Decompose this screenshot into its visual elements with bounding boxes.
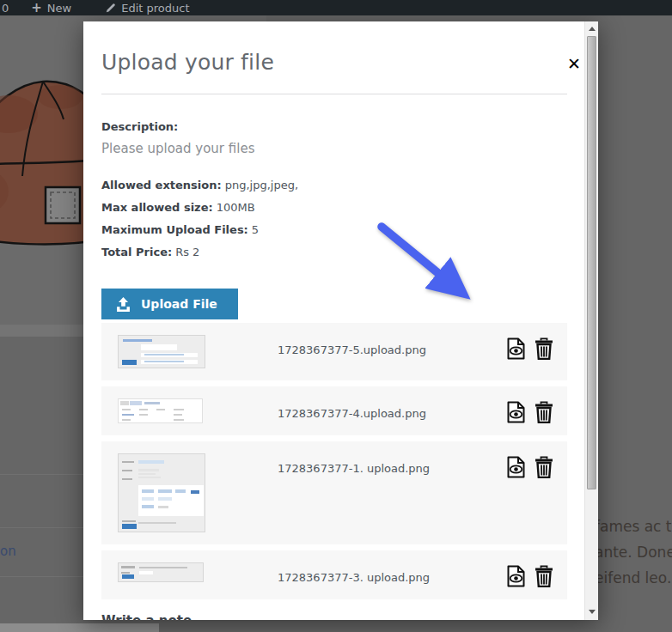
file-row: 1728367377-1. upload.png [101,441,567,544]
preview-file-icon[interactable] [505,565,527,587]
scroll-down-button[interactable] [585,605,598,618]
preview-file-icon[interactable] [505,337,527,360]
max-size-value: 100MB [217,201,255,214]
max-size-label: Max allowed size: [101,201,213,214]
delete-file-icon[interactable] [535,456,553,478]
total-price-line: Total Price:Rs 2 [101,246,567,259]
upload-button-label: Upload File [141,297,217,311]
scroll-down-arrow-icon [589,610,596,614]
description-label: Description: [101,120,567,133]
comments-count[interactable]: 0 [2,2,9,15]
pencil-icon [106,3,116,13]
scroll-up-button[interactable] [585,21,598,35]
delete-file-icon[interactable] [535,401,553,423]
new-label: New [47,2,71,15]
modal-scrollbar[interactable] [584,21,598,620]
scroll-up-arrow-icon [589,27,596,31]
file-name: 1728367377-5.upload.png [278,335,505,356]
admin-bar: 0 + New Edit product [0,0,672,15]
max-files-value: 5 [252,223,259,236]
max-size-line: Max allowed size:100MB [101,201,567,215]
file-row: 1728367377-4.upload.png [101,386,567,435]
delete-file-icon[interactable] [535,337,553,360]
title-divider [101,94,567,94]
preview-file-icon[interactable] [505,401,527,423]
admin-bar-new-button[interactable]: + New [31,2,71,15]
modal-title: Upload your file [101,50,567,75]
file-row: 1728367377-3. upload.png [101,550,567,599]
file-name: 1728367377-1. upload.png [278,453,505,475]
upload-icon [116,297,131,312]
total-price-label: Total Price: [101,246,172,258]
max-files-line: Maximum Upload Files:5 [101,223,567,237]
upload-file-modal: ✕ Upload your file Description: Please u… [83,21,598,620]
uploaded-files-list: 1728367377-5.upload.png [101,323,567,599]
description-text: Please upload your files [101,141,567,156]
file-thumbnail[interactable] [118,562,204,582]
scrollbar-thumb[interactable] [587,36,596,489]
edit-product-label: Edit product [121,2,189,15]
file-thumbnail[interactable] [118,335,205,368]
allowed-extension-label: Allowed extension: [101,179,222,191]
allowed-extension-value: png,jpg,jpeg, [225,179,298,191]
max-files-label: Maximum Upload Files: [101,223,248,236]
allowed-extension-line: Allowed extension:png,jpg,jpeg, [101,179,567,192]
file-row: 1728367377-5.upload.png [101,323,567,380]
file-thumbnail[interactable] [118,398,203,423]
upload-constraints: Allowed extension:png,jpg,jpeg, Max allo… [101,179,567,259]
file-name: 1728367377-4.upload.png [278,398,505,420]
total-price-value: Rs 2 [175,246,199,258]
file-name: 1728367377-3. upload.png [278,562,505,584]
write-note-label: Write a note [101,613,567,620]
close-icon[interactable]: ✕ [567,56,581,72]
admin-bar-edit-product-button[interactable]: Edit product [106,2,189,15]
plus-icon: + [31,2,42,15]
upload-file-button[interactable]: Upload File [101,289,238,319]
delete-file-icon[interactable] [535,565,553,587]
file-thumbnail[interactable] [118,453,205,532]
preview-file-icon[interactable] [505,456,527,478]
